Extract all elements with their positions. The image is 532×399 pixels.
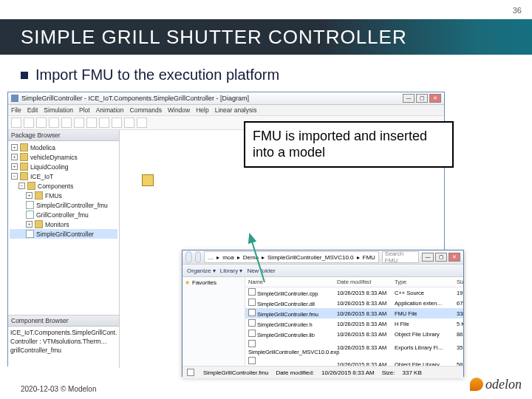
file-row[interactable]: SimpleGrillController.dll10/26/2015 8:33…: [245, 298, 463, 308]
bullet-line: Import FMU to the execution platform: [21, 66, 279, 83]
tree-item[interactable]: GrillController_fmu: [10, 210, 117, 219]
minimize-button[interactable]: —: [403, 94, 415, 103]
close-button[interactable]: ✕: [449, 253, 460, 262]
window-controls: — ▢ ✕: [403, 94, 441, 103]
file-row-selected[interactable]: SimpleGrillController.fmu10/26/2015 8:33…: [245, 308, 463, 318]
tree-label: Components: [38, 183, 73, 190]
close-button[interactable]: ✕: [429, 94, 441, 103]
menu-file[interactable]: File: [11, 106, 21, 114]
toolbar-icon[interactable]: [49, 117, 59, 128]
file-name: SimpleGrillController.fmu: [257, 311, 318, 318]
menu-simulation[interactable]: Simulation: [44, 106, 73, 114]
toolbar-icon[interactable]: [99, 117, 109, 128]
footer: 2020-12-03 © Modelon: [21, 385, 96, 393]
maximize-button[interactable]: ▢: [435, 253, 447, 262]
file-date: 10/26/2015 8:33 AM: [337, 290, 395, 296]
file-row[interactable]: SimpleGrillController_MSVC10.0.exp10/26/…: [245, 339, 463, 356]
tree-item-selected[interactable]: SimpleGrillController: [10, 229, 117, 239]
file-row[interactable]: SimpleGrillController.h10/26/2015 8:33 A…: [245, 318, 463, 329]
file-name: SimpleGrillController.dll: [257, 301, 315, 307]
toolbar-icon[interactable]: [36, 117, 47, 128]
toolbar-icon[interactable]: [11, 117, 21, 128]
file-row[interactable]: SimpleGrillController.lib10/26/2015 8:33…: [245, 329, 463, 339]
search-input[interactable]: Search FMU: [382, 251, 419, 263]
svg-line-0: [250, 234, 265, 282]
file-type: Object File Library: [395, 331, 457, 338]
bullet-text: Import FMU to the execution platform: [35, 66, 279, 83]
component-row[interactable]: Controller : VTMsolutions.Therm…: [10, 337, 117, 346]
file-date: 10/26/2015 8:33 AM: [337, 321, 395, 327]
package-icon: [27, 182, 35, 190]
file-type: FMU File: [395, 310, 457, 317]
left-pane: Package Browser +Modelica +vehicleDynami…: [8, 130, 120, 368]
tree-item[interactable]: +FMUs: [10, 191, 117, 200]
app-icon: [11, 95, 18, 102]
col-type[interactable]: Type: [395, 279, 457, 285]
tree-item[interactable]: +Monitors: [10, 219, 117, 229]
tree-item[interactable]: −Components: [10, 181, 117, 191]
file-date: 10/26/2015 8:33 AM: [337, 361, 395, 366]
col-size[interactable]: Size: [457, 279, 463, 285]
file-type: Object File Library: [395, 361, 457, 366]
tree-item[interactable]: +LiquidCooling: [10, 162, 117, 171]
tree-item[interactable]: −ICE_IoT: [10, 171, 117, 181]
app-titlebar: SimpleGrillController - ICE_IoT.Componen…: [8, 92, 444, 105]
toolbar-icon[interactable]: [61, 117, 72, 128]
file-date: 10/26/2015 8:33 AM: [337, 300, 395, 307]
component-browser[interactable]: ICE_IoT.Components.SimpleGrillCont… Cont…: [8, 327, 119, 368]
twisty-icon[interactable]: +: [26, 221, 33, 228]
twisty-icon[interactable]: +: [11, 144, 18, 151]
file-size: 675 KB: [457, 300, 463, 307]
toolbar-icon[interactable]: [24, 117, 34, 128]
explorer-filelist[interactable]: Name Date modified Type Size SimpleGrill…: [245, 277, 463, 366]
minimize-button[interactable]: —: [422, 253, 434, 262]
tree-label: Modelica: [30, 144, 55, 151]
file-type: Application exten…: [395, 300, 457, 307]
twisty-icon[interactable]: −: [11, 173, 18, 180]
col-date[interactable]: Date modified: [337, 279, 395, 285]
page-number: 36: [513, 6, 522, 15]
file-size: 58 KB: [457, 361, 463, 366]
file-type: C++ Source: [395, 290, 457, 296]
component-row[interactable]: grillController_fmu: [10, 346, 117, 355]
toolbar-icon[interactable]: [112, 117, 122, 128]
crumb[interactable]: FMU: [363, 254, 375, 261]
menu-animation[interactable]: Animation: [96, 106, 124, 114]
twisty-icon[interactable]: +: [26, 192, 33, 199]
tree-item[interactable]: +vehicleDynamics: [10, 152, 117, 162]
menu-bar: File Edit Simulation Plot Animation Comm…: [8, 105, 444, 116]
menu-window[interactable]: Window: [168, 106, 190, 114]
menu-edit[interactable]: Edit: [27, 106, 38, 114]
toolbar-icon[interactable]: [86, 117, 97, 128]
file-date: 10/26/2015 8:33 AM: [337, 331, 395, 338]
menu-help[interactable]: Help: [196, 106, 208, 114]
file-size: 86 KB: [457, 331, 463, 338]
toolbar-icon[interactable]: [124, 117, 134, 128]
menu-plot[interactable]: Plot: [79, 106, 90, 114]
file-name: SimpleGrillController.lib: [257, 332, 315, 338]
nav-back-button[interactable]: [185, 251, 192, 263]
maximize-button[interactable]: ▢: [416, 94, 428, 103]
explorer-sidebar[interactable]: ★Favorites: [183, 277, 245, 366]
canvas-block[interactable]: [142, 174, 154, 186]
slide-title: SIMPLE GRILL SHUTTER CONTROLLER: [21, 26, 407, 49]
package-tree[interactable]: +Modelica +vehicleDynamics +LiquidCoolin…: [8, 141, 119, 316]
twisty-icon[interactable]: +: [11, 154, 18, 160]
twisty-icon[interactable]: −: [18, 183, 25, 189]
component-path[interactable]: ICE_IoT.Components.SimpleGrillCont…: [10, 328, 117, 337]
file-row[interactable]: SimpleGrillController_MSVC10.0.lib10/26/…: [245, 356, 463, 366]
toolbar-icon[interactable]: [137, 117, 147, 128]
status-filename: SimpleGrillController.fmu: [203, 369, 268, 376]
model-icon: [26, 211, 34, 219]
toolbar-icon[interactable]: [74, 117, 84, 128]
tree-item[interactable]: SimpleGrillController_fmu: [10, 200, 117, 210]
twisty-icon[interactable]: +: [11, 163, 18, 170]
menu-commands[interactable]: Commands: [130, 106, 162, 114]
status-size-label: Size:: [382, 369, 395, 376]
tree-label: GrillController_fmu: [36, 211, 89, 219]
file-size: 5 KB: [457, 321, 463, 327]
menu-linear-analysis[interactable]: Linear analysis: [215, 106, 257, 114]
tree-item[interactable]: +Modelica: [10, 143, 117, 152]
file-icon: [187, 369, 194, 376]
file-size: 338 KB: [457, 310, 463, 317]
